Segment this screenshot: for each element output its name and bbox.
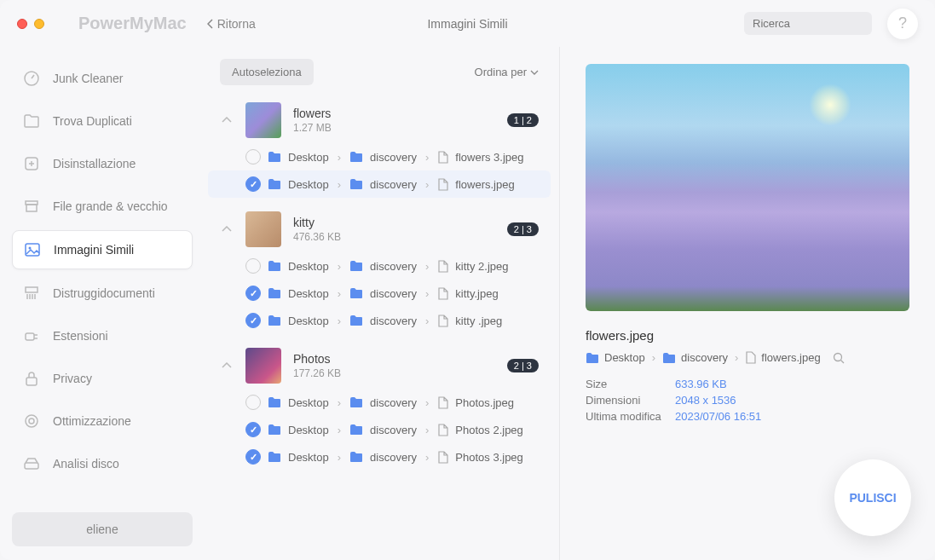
collapse-icon[interactable] xyxy=(220,362,234,369)
svg-rect-5 xyxy=(26,205,37,211)
group-size: 1.27 MB xyxy=(293,122,495,134)
minimize-window-button[interactable] xyxy=(34,19,44,29)
sidebar-item-image[interactable]: Immagini Simili xyxy=(12,230,193,269)
path-segment: discovery xyxy=(370,451,417,464)
file-row[interactable]: Desktop › discovery › Photos 2.jpeg xyxy=(208,416,551,443)
clean-button[interactable]: PULISCI xyxy=(834,459,911,536)
collapse-icon[interactable] xyxy=(220,226,234,233)
search-box[interactable] xyxy=(744,12,872,35)
sidebar-item-lock[interactable]: Privacy xyxy=(12,360,193,397)
file-row[interactable]: Desktop › discovery › kitty .jpeg xyxy=(208,307,551,334)
image-preview[interactable] xyxy=(586,64,909,311)
file-row[interactable]: Desktop › discovery › kitty.jpeg xyxy=(208,280,551,307)
folder-icon xyxy=(349,451,363,463)
app-icon xyxy=(22,154,41,173)
meta-label: Ultima modifica xyxy=(586,410,675,423)
path-segment: Desktop xyxy=(288,396,329,409)
file-checkbox[interactable] xyxy=(245,258,261,274)
list-toolbar: Autoseleziona Ordina per xyxy=(208,59,551,97)
group-thumbnail[interactable] xyxy=(245,211,281,247)
path-segment: discovery xyxy=(370,178,417,191)
sidebar-item-plugin[interactable]: Estensioni xyxy=(12,317,193,355)
sidebar-item-label: Privacy xyxy=(53,372,92,385)
shredder-icon xyxy=(22,284,41,303)
group-header[interactable]: flowers 1.27 MB 1 | 2 xyxy=(208,97,551,143)
folder-icon xyxy=(268,396,281,408)
sort-button[interactable]: Ordina per xyxy=(475,66,539,78)
folder-icon xyxy=(268,178,281,190)
folder-icon xyxy=(349,287,363,299)
chevron-right-icon: › xyxy=(425,151,429,164)
back-button[interactable]: Ritorna xyxy=(207,17,256,31)
svg-rect-13 xyxy=(25,463,38,469)
file-row[interactable]: Desktop › discovery › flowers.jpeg xyxy=(208,170,551,198)
file-checkbox[interactable] xyxy=(245,149,261,165)
chevron-right-icon: › xyxy=(425,396,429,409)
folder-icon xyxy=(22,112,41,130)
group-name: Photos xyxy=(293,352,495,366)
sidebar-item-app[interactable]: Disinstallazione xyxy=(12,145,193,182)
path-desktop[interactable]: Desktop xyxy=(604,351,645,364)
file-row[interactable]: Desktop › discovery › Photos 3.jpeg xyxy=(208,443,551,471)
chevron-right-icon: › xyxy=(338,260,341,273)
file-row[interactable]: Desktop › discovery › kitty 2.jpeg xyxy=(208,252,551,280)
path-segment: discovery xyxy=(370,260,417,273)
detail-path: Desktop › discovery › flowers.jpeg xyxy=(586,351,909,364)
collapse-icon[interactable] xyxy=(220,117,234,124)
path-filename[interactable]: flowers.jpeg xyxy=(761,351,820,364)
archive-icon xyxy=(22,197,41,216)
folder-icon xyxy=(268,315,281,326)
path-segment: Desktop xyxy=(288,451,329,464)
sidebar-item-label: Immagini Simili xyxy=(54,243,134,257)
sidebar-item-gauge[interactable]: Junk Cleaner xyxy=(12,60,193,97)
group-name: kitty xyxy=(293,216,495,229)
image-icon xyxy=(23,240,42,259)
user-pill[interactable]: eliene xyxy=(12,512,193,546)
group-header[interactable]: Photos 177.26 KB 2 | 3 xyxy=(208,343,551,389)
close-window-button[interactable] xyxy=(17,19,27,29)
search-input[interactable] xyxy=(753,17,896,30)
chevron-left-icon xyxy=(207,19,214,29)
optimize-icon xyxy=(22,412,41,430)
file-checkbox[interactable] xyxy=(245,395,261,410)
sidebar-item-shredder[interactable]: Distruggidocumenti xyxy=(12,274,193,312)
path-segment: discovery xyxy=(370,315,417,327)
chevron-right-icon: › xyxy=(425,178,429,191)
group-header[interactable]: kitty 476.36 KB 2 | 3 xyxy=(208,206,551,252)
folder-icon xyxy=(268,287,281,299)
file-row[interactable]: Desktop › discovery › Photos.jpeg xyxy=(208,389,551,416)
group-thumbnail[interactable] xyxy=(245,102,281,138)
file-checkbox[interactable] xyxy=(245,422,261,437)
sidebar-item-label: Estensioni xyxy=(53,329,108,343)
folder-icon xyxy=(349,260,363,272)
folder-icon xyxy=(349,315,363,326)
group-name: flowers xyxy=(293,107,495,120)
chevron-right-icon: › xyxy=(338,178,341,191)
path-segment: discovery xyxy=(370,396,417,409)
path-discovery[interactable]: discovery xyxy=(681,351,728,364)
file-checkbox[interactable] xyxy=(245,313,261,328)
meta-label: Size xyxy=(586,378,675,390)
svg-rect-8 xyxy=(26,287,38,292)
path-segment: Desktop xyxy=(288,260,329,273)
sidebar-item-label: Disinstallazione xyxy=(53,157,136,170)
autoselect-button[interactable]: Autoseleziona xyxy=(220,59,314,85)
file-row[interactable]: Desktop › discovery › flowers 3.jpeg xyxy=(208,143,551,170)
file-checkbox[interactable] xyxy=(245,286,261,301)
sidebar-item-optimize[interactable]: Ottimizzazione xyxy=(12,402,193,440)
sidebar-item-folder[interactable]: Trova Duplicati xyxy=(12,102,193,140)
sidebar-item-disk[interactable]: Analisi disco xyxy=(12,445,193,482)
sidebar-item-archive[interactable]: File grande & vecchio xyxy=(12,188,193,225)
folder-icon xyxy=(586,352,599,364)
file-icon xyxy=(745,351,756,364)
file-checkbox[interactable] xyxy=(245,176,261,192)
reveal-icon[interactable] xyxy=(833,352,845,364)
group-thumbnail[interactable] xyxy=(245,348,281,384)
lock-icon xyxy=(22,369,41,388)
help-button[interactable]: ? xyxy=(887,9,918,39)
image-group: flowers 1.27 MB 1 | 2 Desktop › discover… xyxy=(208,97,551,198)
file-icon xyxy=(437,260,448,273)
disk-icon xyxy=(22,454,41,473)
gauge-icon xyxy=(22,69,41,88)
file-checkbox[interactable] xyxy=(245,449,261,465)
